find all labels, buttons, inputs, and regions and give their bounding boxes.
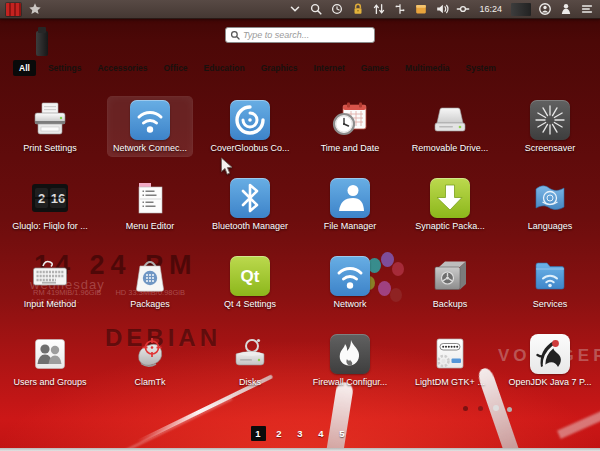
keyboard-icon [30, 256, 70, 296]
java-duke-icon [530, 334, 570, 374]
app-users-and-groups[interactable]: Users and Groups [0, 331, 100, 409]
pagination: 12345 [0, 426, 600, 441]
app-services[interactable]: Services [500, 253, 600, 331]
tab-internet[interactable]: Internet [306, 60, 353, 76]
app-firewall-configur[interactable]: Firewall Configur... [300, 331, 400, 409]
page-5[interactable]: 5 [335, 426, 350, 441]
clock-text[interactable]: 16:24 [477, 4, 504, 14]
app-label: Bluetooth Manager [212, 221, 288, 232]
tab-accessories[interactable]: Accessories [89, 60, 155, 76]
notes-icon[interactable] [414, 2, 428, 16]
app-languages[interactable]: Languages [500, 175, 600, 253]
flame-icon [330, 334, 370, 374]
app-label: Menu Editor [126, 221, 175, 232]
qt-logo-icon [230, 256, 270, 296]
app-label: Print Settings [23, 143, 77, 154]
app-label: Gluqlo: Fliqlo for ... [12, 221, 88, 232]
app-covergloobus-co[interactable]: CoverGloobus Co... [200, 97, 300, 175]
app-synaptic-packa[interactable]: Synaptic Packa... [400, 175, 500, 253]
menu-editor-icon [130, 178, 170, 218]
session-menu-icon[interactable] [580, 2, 594, 16]
panel-left [6, 2, 42, 16]
language-flag-icon [530, 178, 570, 218]
app-print-settings[interactable]: Print Settings [0, 97, 100, 175]
app-label: Time and Date [321, 143, 380, 154]
search-input[interactable] [243, 30, 370, 40]
bluetooth-icon [230, 178, 270, 218]
user-icon[interactable] [559, 2, 573, 16]
app-qt-4-settings[interactable]: Qt 4 Settings [200, 253, 300, 331]
tab-graphics[interactable]: Graphics [253, 60, 306, 76]
arrow-down-icon [430, 178, 470, 218]
app-packages[interactable]: Packages [100, 253, 200, 331]
tab-games[interactable]: Games [353, 60, 397, 76]
app-menu-logo[interactable] [6, 3, 21, 16]
favorites-star-icon[interactable] [28, 2, 42, 16]
app-openjdk-java-7-p[interactable]: OpenJDK Java 7 P... [500, 331, 600, 409]
clamtk-shell-icon [130, 334, 170, 374]
app-grid: Print SettingsNetwork Connec...CoverGloo… [0, 97, 600, 409]
app-label: Network [333, 299, 366, 310]
app-label: Backups [433, 299, 468, 310]
page-3[interactable]: 3 [293, 426, 308, 441]
tab-multimedia[interactable]: Multimedia [397, 60, 457, 76]
tab-settings[interactable]: Settings [40, 60, 90, 76]
app-disks[interactable]: Disks [200, 331, 300, 409]
app-time-and-date[interactable]: Time and Date [300, 97, 400, 175]
safe-icon [430, 256, 470, 296]
app-label: Screensaver [525, 143, 576, 154]
screensaver-burst-icon [530, 100, 570, 140]
history-icon[interactable] [330, 2, 344, 16]
tab-system[interactable]: System [457, 60, 503, 76]
package-bag-icon [130, 256, 170, 296]
app-lightdm-gtk[interactable]: LightDM GTK+ ... [400, 331, 500, 409]
tab-all[interactable]: All [13, 60, 36, 76]
removable-drive-icon [430, 100, 470, 140]
login-screen-icon [430, 334, 470, 374]
printer-icon [30, 100, 70, 140]
app-label: Network Connec... [113, 143, 187, 154]
app-backups[interactable]: Backups [400, 253, 500, 331]
search-bar[interactable] [225, 27, 375, 43]
page-4[interactable]: 4 [314, 426, 329, 441]
network-arrows-icon[interactable] [372, 2, 386, 16]
page-2[interactable]: 2 [272, 426, 287, 441]
app-input-method[interactable]: Input Method [0, 253, 100, 331]
top-panel: 16:24 [0, 0, 600, 19]
app-label: Packages [130, 299, 170, 310]
speaker-icon[interactable] [435, 2, 449, 16]
window-preview[interactable] [511, 3, 531, 16]
category-tabs: AllSettingsAccessoriesOfficeEducationGra… [13, 60, 600, 76]
levels-icon[interactable] [393, 2, 407, 16]
app-network[interactable]: Network [300, 253, 400, 331]
lock-icon[interactable] [351, 2, 365, 16]
app-removable-drive[interactable]: Removable Drive... [400, 97, 500, 175]
search-icon[interactable] [309, 2, 323, 16]
tab-office[interactable]: Office [156, 60, 196, 76]
app-gluqlo-fliqlo-for[interactable]: Gluqlo: Fliqlo for ... [0, 175, 100, 253]
app-label: OpenJDK Java 7 P... [509, 377, 592, 388]
app-network-connec[interactable]: Network Connec... [100, 97, 200, 175]
app-label: Services [533, 299, 568, 310]
search-icon [230, 30, 240, 40]
user-circle-icon[interactable] [538, 2, 552, 16]
app-label: Firewall Configur... [313, 377, 388, 388]
time-date-icon [330, 100, 370, 140]
app-menu-editor[interactable]: Menu Editor [100, 175, 200, 253]
app-label: Removable Drive... [412, 143, 489, 154]
app-bluetooth-manager[interactable]: Bluetooth Manager [200, 175, 300, 253]
tab-education[interactable]: Education [196, 60, 253, 76]
app-label: Input Method [24, 299, 77, 310]
app-screensaver[interactable]: Screensaver [500, 97, 600, 175]
app-label: Disks [239, 377, 261, 388]
page-1[interactable]: 1 [251, 426, 266, 441]
users-icon [30, 334, 70, 374]
app-file-manager[interactable]: File Manager [300, 175, 400, 253]
app-label: Languages [528, 221, 573, 232]
plug-icon[interactable] [456, 2, 470, 16]
flip-clock-icon [30, 178, 70, 218]
app-label: File Manager [324, 221, 377, 232]
chevron-down-icon[interactable] [288, 2, 302, 16]
wifi-icon [330, 256, 370, 296]
app-clamtk[interactable]: ClamTk [100, 331, 200, 409]
